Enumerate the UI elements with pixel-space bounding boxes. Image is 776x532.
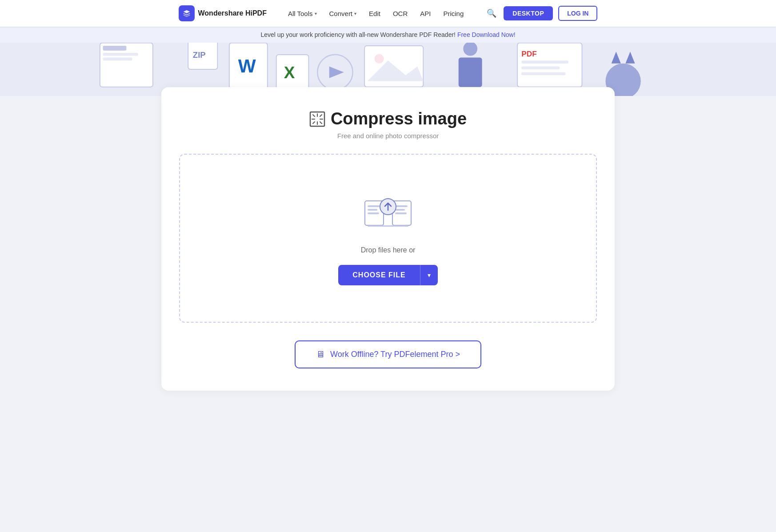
search-button[interactable]: 🔍 xyxy=(485,7,498,20)
logo-text: Wondershare HiPDF xyxy=(198,9,267,17)
nav-api[interactable]: API xyxy=(420,10,431,17)
monitor-icon: 🖥 xyxy=(316,349,325,360)
svg-rect-22 xyxy=(521,72,565,76)
nav-edit[interactable]: Edit xyxy=(369,10,380,17)
svg-text:W: W xyxy=(238,56,256,76)
tool-title: Compress image xyxy=(179,109,597,128)
drop-zone[interactable]: Drop files here or CHOOSE FILE ▾ xyxy=(179,154,597,323)
tool-card: Compress image Free and online photo com… xyxy=(161,87,615,391)
convert-chevron-icon: ▾ xyxy=(354,11,356,16)
svg-rect-34 xyxy=(395,212,407,214)
compress-image-icon xyxy=(309,111,325,127)
login-button[interactable]: LOG IN xyxy=(558,6,597,21)
drop-text: Drop files here or xyxy=(361,246,416,254)
svg-rect-21 xyxy=(521,66,560,69)
svg-rect-2 xyxy=(103,46,126,51)
nav-all-tools[interactable]: All Tools ▾ xyxy=(288,10,317,17)
nav-ocr[interactable]: OCR xyxy=(393,10,408,17)
chevron-down-icon: ▾ xyxy=(428,272,431,279)
choose-file-dropdown-button[interactable]: ▾ xyxy=(420,265,438,285)
logo[interactable]: Wondershare HiPDF xyxy=(179,5,267,21)
svg-rect-30 xyxy=(368,212,379,214)
nav-links: All Tools ▾ Convert ▾ Edit OCR API Prici… xyxy=(288,10,464,17)
svg-text:PDF: PDF xyxy=(521,49,536,58)
navbar: Wondershare HiPDF All Tools ▾ Convert ▾ … xyxy=(0,0,776,27)
nav-convert[interactable]: Convert ▾ xyxy=(329,10,357,17)
choose-file-button[interactable]: CHOOSE FILE xyxy=(338,265,420,285)
logo-icon xyxy=(179,5,195,21)
svg-rect-3 xyxy=(103,53,138,56)
promo-banner: Level up your work proficiency with all-… xyxy=(0,27,776,43)
desktop-button[interactable]: DESKTOP xyxy=(504,6,553,20)
nav-actions: 🔍 DESKTOP LOG IN xyxy=(485,6,597,21)
offline-text: Work Offline? Try PDFelement Pro > xyxy=(330,350,460,359)
svg-rect-32 xyxy=(395,205,408,207)
download-link[interactable]: Free Download Now! xyxy=(457,31,516,38)
svg-rect-29 xyxy=(368,209,377,211)
tool-title-area: Compress image Free and online photo com… xyxy=(179,109,597,140)
all-tools-chevron-icon: ▾ xyxy=(315,11,317,16)
svg-rect-17 xyxy=(459,58,482,87)
svg-rect-36 xyxy=(368,225,408,227)
choose-file-group: CHOOSE FILE ▾ xyxy=(338,265,437,285)
svg-text:ZIP: ZIP xyxy=(193,50,206,60)
svg-point-14 xyxy=(375,54,384,64)
svg-rect-20 xyxy=(521,60,568,64)
tool-subtitle: Free and online photo compressor xyxy=(179,132,597,140)
main-content: Compress image Free and online photo com… xyxy=(144,87,632,417)
svg-text:X: X xyxy=(284,63,295,82)
offline-banner[interactable]: 🖥 Work Offline? Try PDFelement Pro > xyxy=(295,340,481,368)
svg-rect-33 xyxy=(395,209,405,211)
svg-rect-4 xyxy=(103,58,132,61)
upload-icon xyxy=(361,191,415,236)
svg-rect-28 xyxy=(368,205,380,207)
nav-pricing[interactable]: Pricing xyxy=(443,10,464,17)
